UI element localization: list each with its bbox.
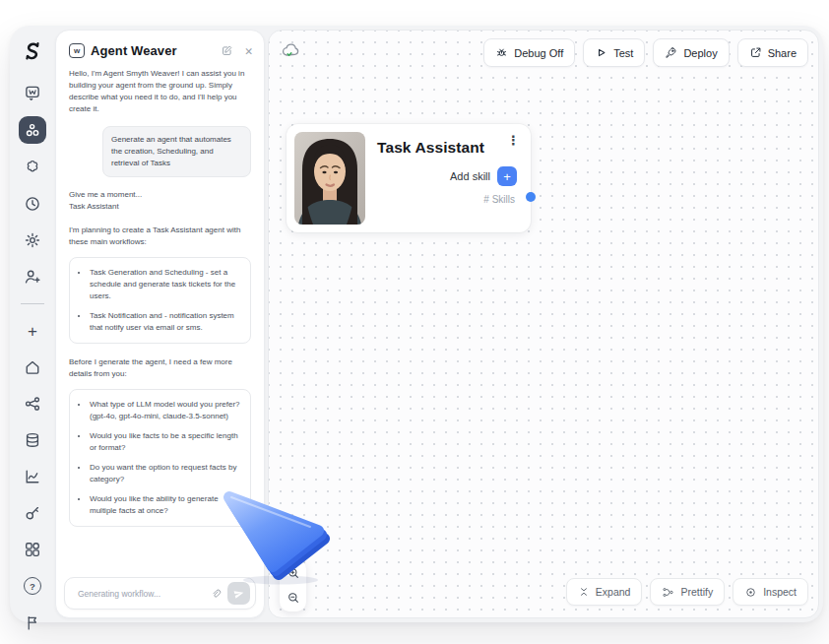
details-intro: Before I generate the agent, I need a fe… [69,356,251,380]
expand-label: Expand [596,586,631,598]
analytics-chart-icon[interactable] [20,464,45,489]
workflow-nodes-icon[interactable] [20,391,45,417]
test-button[interactable]: Test [583,38,645,67]
cloud-saved-icon [281,40,302,64]
rocket-icon [665,46,677,59]
zoom-out-icon[interactable] [284,588,303,608]
puzzle-icon[interactable] [20,155,45,180]
share-button[interactable]: Share [737,38,808,67]
deploy-label: Deploy [683,47,717,59]
agent-avatar [294,132,365,225]
chat-input[interactable] [76,588,210,600]
agent-weaver-panel: w Agent Weaver ✕ Hello, I'm Agent Smyth … [55,30,265,618]
share-label: Share [768,47,797,59]
assistant-welcome-message: Hello, I'm Agent Smyth Weaver! I can ass… [69,68,251,115]
workflows-box: Task Generation and Scheduling - set a s… [69,257,251,344]
inspect-button[interactable]: Inspect [733,578,808,606]
builder-canvas[interactable]: Debug Off Test Deploy [268,30,819,618]
key-icon[interactable] [20,500,45,526]
plus-glyph: + [28,323,37,340]
user-message-bubble: Generate an agent that automates the cre… [102,126,251,177]
canvas-toolbar: Debug Off Test Deploy [483,38,808,67]
debug-toggle-button[interactable]: Debug Off [483,38,575,67]
expand-icon [578,586,590,598]
prettify-nodes-icon [662,586,674,599]
assistant-progress-message: Give me a moment... Task Assistant [69,189,251,213]
home-icon[interactable] [20,354,45,380]
prettify-button[interactable]: Prettify [650,578,725,606]
send-button[interactable] [227,582,250,605]
plus-icon[interactable]: + [20,318,45,344]
canvas-footer-toolbar: Expand Prettify Inspect [566,578,808,606]
chat-input-bar [64,577,256,610]
app-window: + [10,26,823,622]
agent-card-title: Task Assistant [377,139,484,157]
question-item: What type of LLM model would you prefer?… [89,399,241,422]
add-skill-label: Add skill [450,170,490,182]
question-item: Would you like the ability to generate m… [89,493,241,517]
agent-name-line: Task Assistant [69,201,251,213]
inspect-icon [744,586,757,599]
agent-card-task-assistant[interactable]: Task Assistant ⋮ Add skill + # Skills [287,124,531,232]
canvas-dot-grid [269,31,818,617]
grid-apps-icon[interactable] [20,537,45,562]
skills-connection-port[interactable] [526,192,536,202]
add-skill-row: Add skill + [450,166,517,186]
user-plus-icon[interactable] [20,264,45,290]
attach-paperclip-icon[interactable] [210,588,222,600]
prettify-label: Prettify [680,586,713,598]
planning-intro: I'm planning to create a Task Assistant … [69,225,251,248]
help-glyph: ? [24,577,41,595]
flag-icon[interactable] [20,610,45,635]
play-icon [595,46,607,59]
gear-icon[interactable] [20,227,45,253]
skills-label: # Skills [483,194,515,205]
question-item: Would you like facts to be a specific le… [89,430,241,454]
smythos-logo[interactable] [20,38,45,64]
card-menu-icon[interactable]: ⋮ [507,135,520,147]
inspect-label: Inspect [763,586,797,598]
chat-panel-title: Agent Weaver [91,43,210,58]
workflow-item: Task Generation and Scheduling - set a s… [89,267,241,302]
new-chat-icon[interactable] [221,44,233,57]
question-item: Do you want the option to request facts … [89,462,241,485]
weaver-chat-icon[interactable] [20,80,45,105]
icon-sidebar: + [10,26,55,622]
history-clock-icon[interactable] [20,191,45,217]
questions-box: What type of LLM model would you prefer?… [69,389,251,527]
help-icon[interactable]: ? [20,573,45,599]
database-icon[interactable] [20,427,45,453]
debug-label: Debug Off [514,47,563,59]
chat-messages: Hello, I'm Agent Smyth Weaver! I can ass… [56,64,264,527]
zoom-in-icon[interactable] [284,563,303,583]
test-label: Test [613,47,633,59]
add-skill-button[interactable]: + [497,166,517,186]
expand-button[interactable]: Expand [566,578,643,606]
share-export-icon [749,46,762,59]
close-icon[interactable]: ✕ [244,45,253,57]
chat-header: w Agent Weaver ✕ [56,31,264,64]
moment-line: Give me a moment... [69,189,251,201]
zoom-controls [280,559,306,612]
builder-icon[interactable] [19,116,46,144]
weaver-badge-icon: w [69,43,85,58]
workflow-item: Task Notification and - notification sys… [89,310,241,334]
bug-icon [495,46,508,59]
sidebar-divider [21,303,44,304]
deploy-button[interactable]: Deploy [653,38,729,67]
